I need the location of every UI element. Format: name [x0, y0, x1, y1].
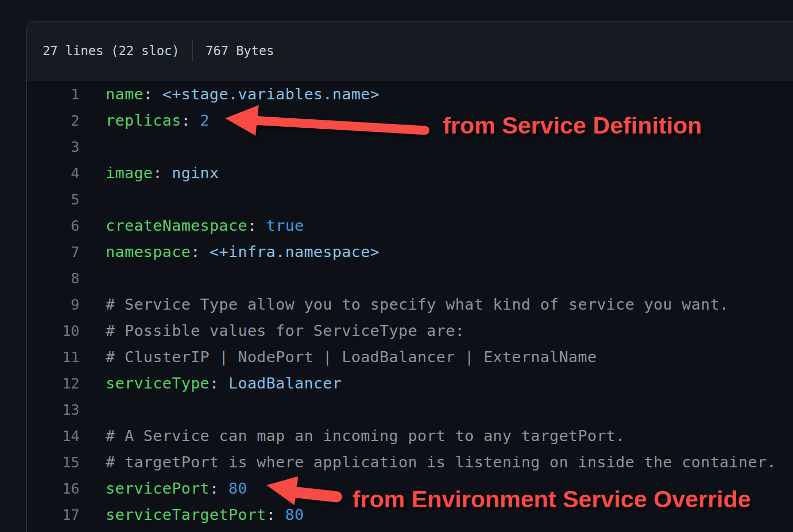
token-str: <+infra.namespace>	[210, 243, 380, 261]
code-line: 13	[27, 396, 793, 423]
code-line-content: replicas: 2	[79, 111, 210, 129]
code-line-content: image: nginx	[79, 164, 219, 182]
code-lines: 1name: <+stage.variables.name>2replicas:…	[27, 80, 793, 528]
code-line-content: # Possible values for ServiceType are:	[79, 322, 464, 340]
arrow-to-replicas	[221, 100, 436, 142]
file-size-info: 767 Bytes	[206, 44, 274, 58]
line-number[interactable]: 7	[27, 244, 79, 260]
line-number[interactable]: 5	[27, 191, 79, 208]
token-key: servicePort	[106, 479, 210, 497]
line-number[interactable]: 1	[27, 86, 79, 103]
code-line: 15# targetPort is where application is l…	[27, 449, 793, 475]
line-number[interactable]: 11	[27, 349, 79, 365]
token-pun: :	[181, 111, 200, 129]
token-pun: :	[210, 374, 229, 392]
header-divider	[192, 40, 193, 62]
code-line: 6createNamespace: true	[27, 212, 793, 239]
token-pun: :	[144, 85, 162, 103]
code-line: 10# Possible values for ServiceType are:	[27, 318, 793, 344]
code-line-content: # targetPort is where application is lis…	[79, 453, 776, 471]
code-line-content: # A Service can map an incoming port to …	[79, 427, 625, 445]
code-line-content: # ClusterIP | NodePort | LoadBalancer | …	[79, 348, 597, 366]
code-line: 12serviceType: LoadBalancer	[27, 370, 793, 396]
token-str: LoadBalancer	[228, 374, 342, 392]
code-line: 14# A Service can map an incoming port t…	[27, 423, 793, 449]
annotation-environment-override: from Environment Service Override	[352, 486, 751, 513]
code-line-content: namespace: <+infra.namespace>	[79, 243, 380, 261]
token-key: serviceTargetPort	[106, 506, 266, 524]
token-key: replicas	[106, 111, 181, 129]
arrow-to-service-port	[262, 472, 349, 511]
line-number[interactable]: 4	[27, 165, 79, 181]
line-number[interactable]: 10	[27, 323, 79, 339]
line-number[interactable]: 2	[27, 112, 79, 129]
token-com: # Possible values for ServiceType are:	[106, 322, 464, 340]
line-number[interactable]: 15	[27, 454, 79, 470]
line-number[interactable]: 12	[27, 375, 79, 392]
code-line: 7namespace: <+infra.namespace>	[27, 239, 793, 265]
token-num: 80	[228, 479, 247, 497]
code-line: 8	[27, 265, 793, 291]
code-line-content: servicePort: 80	[79, 479, 247, 497]
code-line: 4image: nginx	[27, 160, 793, 186]
annotation-service-definition: from Service Definition	[443, 112, 702, 139]
token-num: true	[266, 217, 304, 234]
line-number[interactable]: 16	[27, 480, 79, 497]
code-line-content: serviceType: LoadBalancer	[79, 374, 342, 392]
token-com: # ClusterIP | NodePort | LoadBalancer | …	[106, 348, 597, 366]
line-number[interactable]: 14	[27, 428, 79, 444]
token-pun: :	[191, 243, 210, 261]
file-viewer-panel: 27 lines (22 sloc) 767 Bytes 1name: <+st…	[26, 21, 793, 532]
code-line-content: # Service Type allow you to specify what…	[79, 295, 729, 313]
file-info-bar: 27 lines (22 sloc) 767 Bytes	[27, 22, 793, 80]
token-key: createNamespace	[106, 217, 247, 234]
code-line: 5	[27, 186, 793, 212]
token-key: image	[106, 164, 153, 182]
token-key: name	[106, 85, 144, 103]
token-key: namespace	[106, 243, 191, 261]
token-pun: :	[210, 479, 229, 497]
token-com: # Service Type allow you to specify what…	[106, 295, 729, 313]
code-line-content: createNamespace: true	[79, 217, 304, 234]
token-pun: :	[247, 217, 266, 234]
line-number[interactable]: 6	[27, 218, 79, 234]
token-key: serviceType	[106, 374, 210, 392]
token-com: # A Service can map an incoming port to …	[106, 427, 625, 445]
token-str: nginx	[172, 164, 219, 182]
line-number[interactable]: 8	[27, 270, 79, 287]
token-pun: :	[153, 164, 172, 182]
code-line: 9# Service Type allow you to specify wha…	[27, 291, 793, 318]
file-lines-info: 27 lines (22 sloc)	[43, 44, 179, 58]
line-number[interactable]: 9	[27, 296, 79, 313]
token-com: # targetPort is where application is lis…	[106, 453, 776, 471]
line-number[interactable]: 3	[27, 139, 79, 155]
token-num: 2	[200, 111, 210, 129]
line-number[interactable]: 17	[27, 507, 79, 523]
line-number[interactable]: 13	[27, 402, 79, 418]
code-line: 11# ClusterIP | NodePort | LoadBalancer …	[27, 344, 793, 370]
